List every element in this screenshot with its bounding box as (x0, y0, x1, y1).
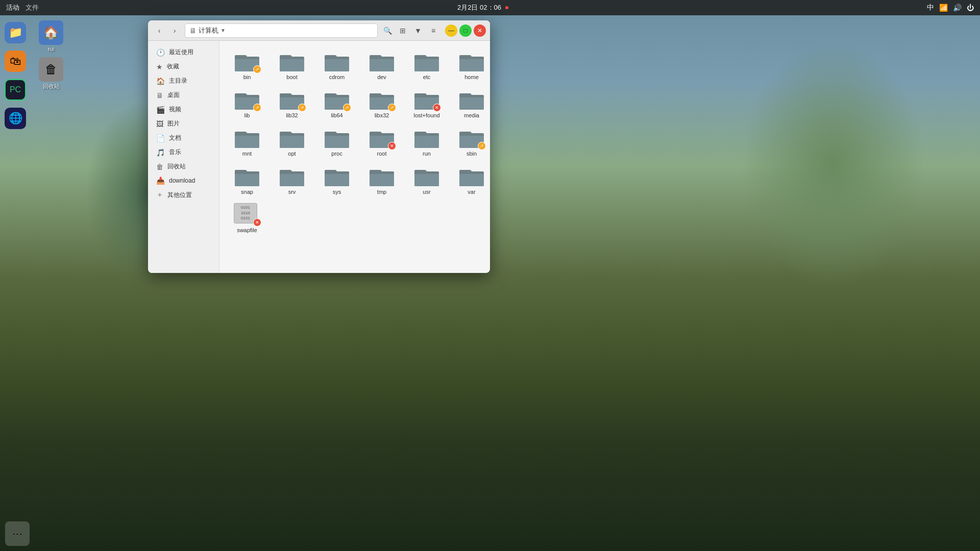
file-label-home: home (464, 74, 479, 80)
svg-rect-7 (280, 93, 290, 97)
sidebar-item-recent[interactable]: 🕐 最近使用 (150, 45, 217, 59)
folder-icon: ↗ (324, 88, 350, 111)
file-label-dev: dev (377, 74, 386, 80)
file-item-home[interactable]: home (450, 47, 490, 83)
forward-icon: › (174, 27, 176, 35)
home-folder-label: rui (48, 46, 54, 52)
sidebar-item-trash[interactable]: 🗑 回收站 (150, 160, 217, 173)
sidebar-item-videos[interactable]: 🎬 视频 (150, 103, 217, 116)
file-label-swapfile: swapfile (237, 227, 257, 233)
file-item-sys[interactable]: sys (315, 162, 358, 198)
file-item-var[interactable]: var (450, 162, 490, 198)
maximize-button[interactable]: □ (459, 24, 472, 37)
svg-rect-21 (370, 170, 380, 174)
location-bar[interactable]: 🖥 计算机 ▼ (185, 23, 378, 38)
recent-icon: 🕐 (156, 48, 165, 57)
folder-icon (279, 50, 305, 72)
file-label-proc: proc (331, 151, 342, 157)
file-item-usr[interactable]: usr (405, 162, 448, 198)
datetime-display[interactable]: 2月2日 02：06 (457, 3, 501, 12)
file-label-snap: snap (241, 189, 253, 195)
file-label-srv: srv (288, 189, 296, 195)
folder-icon (279, 165, 305, 187)
file-item-root[interactable]: ✕ root (360, 123, 403, 160)
search-button[interactable]: 🔍 (381, 24, 394, 37)
file-icon-wrap: 0101 1010 0101 ✕ (234, 203, 260, 226)
file-item-libx32[interactable]: ↗ libx32 (360, 85, 403, 121)
file-item-srv[interactable]: srv (271, 162, 313, 198)
volume-icon[interactable]: 🔊 (953, 4, 962, 12)
file-label-media: media (464, 112, 479, 118)
dock-item-firefox[interactable]: 🌐 (3, 106, 28, 131)
file-item-lib[interactable]: ↗ lib (226, 85, 268, 121)
file-item-lost_found[interactable]: ✕ lost+found (405, 85, 448, 121)
sidebar-item-other-places[interactable]: ＋ 其他位置 (150, 188, 217, 202)
location-dropdown-icon[interactable]: ▼ (220, 28, 226, 33)
file-label-mnt: mnt (242, 151, 252, 157)
home-icon: 🏠 (156, 77, 165, 85)
folder-icon: ✕ (369, 127, 395, 149)
file-item-media[interactable]: media (450, 85, 490, 121)
forward-button[interactable]: › (167, 23, 182, 38)
main-content: 🕐 最近使用 ★ 收藏 🏠 主目录 🖥 桌面 🎬 视频 🖼 图片 (148, 41, 490, 273)
file-item-tmp[interactable]: tmp (360, 162, 403, 198)
file-item-dev[interactable]: dev (360, 47, 403, 83)
file-item-mnt[interactable]: mnt (226, 123, 268, 160)
sidebar-item-pictures[interactable]: 🖼 图片 (150, 117, 217, 131)
files-dock-icon: 📁 (9, 26, 22, 39)
files-menu[interactable]: 文件 (26, 3, 39, 12)
input-method-indicator[interactable]: 中 (927, 3, 934, 12)
sidebar-item-music[interactable]: 🎵 音乐 (150, 145, 217, 159)
location-text: 计算机 (199, 26, 218, 35)
trash-icon: 🗑 (45, 62, 57, 77)
minimize-button[interactable]: — (445, 24, 457, 37)
menu-button[interactable]: ≡ (427, 24, 440, 37)
svg-rect-17 (459, 132, 470, 136)
sidebar-item-documents[interactable]: 📄 文档 (150, 131, 217, 145)
file-item-run[interactable]: run (405, 123, 448, 160)
show-apps-button[interactable]: ⋯ (5, 521, 30, 546)
software-dock-icon: 🛍 (10, 55, 21, 68)
file-item-snap[interactable]: snap (226, 162, 268, 198)
view-button[interactable]: ⊞ (396, 24, 409, 37)
desktop-label: 桌面 (167, 91, 180, 99)
file-item-bin[interactable]: ↗ bin (226, 47, 268, 83)
file-label-lib64: lib64 (331, 112, 342, 118)
recent-label: 最近使用 (169, 48, 193, 57)
file-label-usr: usr (423, 189, 430, 195)
link-badge: ↗ (343, 104, 351, 112)
file-item-proc[interactable]: proc (315, 123, 358, 160)
dock-item-files[interactable]: 📁 (3, 20, 28, 45)
desktop-icon-home[interactable]: 🏠 rui (33, 20, 69, 52)
file-manager-window: ‹ › 🖥 计算机 ▼ 🔍 ⊞ ▼ ≡ (148, 20, 490, 273)
back-button[interactable]: ‹ (152, 23, 166, 38)
file-item-opt[interactable]: opt (271, 123, 313, 160)
file-item-cdrom[interactable]: cdrom (315, 47, 358, 83)
file-item-etc[interactable]: etc (405, 47, 448, 83)
file-item-lib32[interactable]: ↗ lib32 (271, 85, 313, 121)
file-item-sbin[interactable]: ↗ sbin (450, 123, 490, 160)
power-icon[interactable]: ⏻ (967, 4, 974, 12)
activities-button[interactable]: 活动 (6, 3, 19, 12)
sidebar-item-download[interactable]: 📥 download (150, 174, 217, 187)
file-item-boot[interactable]: boot (271, 47, 313, 83)
apps-grid-icon: ⋯ (12, 528, 22, 540)
file-item-lib64[interactable]: ↗ lib64 (315, 85, 358, 121)
link-badge: ↗ (388, 104, 396, 112)
sidebar: 🕐 最近使用 ★ 收藏 🏠 主目录 🖥 桌面 🎬 视频 🖼 图片 (148, 41, 219, 273)
sidebar-item-desktop[interactable]: 🖥 桌面 (150, 88, 217, 102)
network-icon[interactable]: 📶 (939, 4, 948, 12)
file-label-boot: boot (286, 74, 297, 80)
sidebar-item-bookmarks[interactable]: ★ 收藏 (150, 60, 217, 73)
desktop-icon-trash[interactable]: 🗑 回收站 (33, 57, 69, 90)
close-button[interactable]: ✕ (474, 24, 486, 37)
pictures-label: 图片 (167, 119, 180, 128)
dock-item-software[interactable]: 🛍 (3, 49, 28, 73)
sidebar-item-home[interactable]: 🏠 主目录 (150, 74, 217, 88)
notification-dot (505, 6, 508, 9)
view-mode-button[interactable]: ▼ (411, 24, 425, 37)
svg-rect-4 (414, 55, 425, 59)
download-icon: 📥 (156, 177, 165, 185)
dock-item-ide[interactable]: PC (3, 78, 28, 102)
file-item-swapfile[interactable]: 0101 1010 0101 ✕ swapfile (226, 200, 268, 236)
